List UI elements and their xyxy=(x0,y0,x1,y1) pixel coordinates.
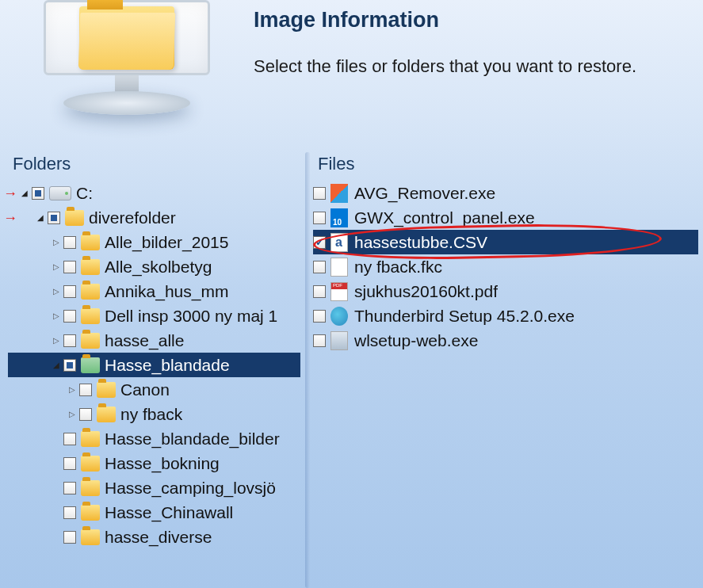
tree-row[interactable]: ◢Hasse_blandade xyxy=(8,353,300,377)
pane-divider[interactable] xyxy=(305,152,310,588)
expand-icon[interactable]: ▷ xyxy=(67,409,78,420)
annotation-arrow-icon: → xyxy=(3,211,17,225)
checkbox[interactable] xyxy=(79,408,92,421)
expand-icon[interactable]: ▷ xyxy=(51,262,62,273)
checkbox[interactable] xyxy=(313,187,326,200)
expand-icon xyxy=(51,532,62,543)
tree-item-label: diverefolder xyxy=(89,208,176,227)
tree-row[interactable]: Hasse_bokning xyxy=(8,451,300,475)
expand-icon[interactable]: ▷ xyxy=(51,335,62,346)
files-header: Files xyxy=(313,151,698,181)
checkbox[interactable] xyxy=(313,285,326,298)
file-icon xyxy=(330,208,348,227)
expand-icon xyxy=(51,507,62,518)
file-icon xyxy=(330,184,348,203)
expand-icon[interactable]: ▷ xyxy=(51,311,62,322)
tree-item-label: Hasse_Chinawall xyxy=(105,503,233,522)
tree-row[interactable]: →◢diverefolder xyxy=(8,205,300,230)
expand-icon[interactable]: ▷ xyxy=(67,384,78,395)
tree-row[interactable]: ▷Alle_skolbetyg xyxy=(8,254,300,279)
folders-pane: Folders →◢C:→◢diverefolder▷Alle_bilder_2… xyxy=(0,151,305,588)
checkbox[interactable] xyxy=(63,506,76,519)
tree-item-label: Canon xyxy=(120,380,170,399)
tree-item-label: Hasse_blandade xyxy=(105,356,230,375)
checkbox[interactable] xyxy=(63,334,76,347)
folder-icon xyxy=(81,284,100,300)
folder-icon xyxy=(81,505,100,521)
checkbox[interactable] xyxy=(63,457,76,470)
file-row[interactable]: GWX_control_panel.exe xyxy=(313,205,698,230)
tree-row[interactable]: →◢C: xyxy=(8,181,300,205)
tree-item-label: Hasse_camping_lovsjö xyxy=(105,479,276,498)
tree-row[interactable]: ▷Canon xyxy=(8,377,300,402)
file-row[interactable]: ny fback.fkc xyxy=(313,254,698,279)
file-name-label: AVG_Remover.exe xyxy=(354,184,495,203)
backup-illustration xyxy=(24,0,230,143)
file-name-label: wlsetup-web.exe xyxy=(354,331,478,350)
file-row[interactable]: Thunderbird Setup 45.2.0.exe xyxy=(313,304,698,328)
folder-icon xyxy=(81,480,100,496)
collapse-icon[interactable]: ◢ xyxy=(19,188,30,199)
expand-icon[interactable]: ▷ xyxy=(51,286,62,297)
expand-icon xyxy=(51,458,62,469)
folder-icon xyxy=(65,210,84,226)
folder-icon xyxy=(81,333,100,349)
tree-item-label: hasse_alle xyxy=(105,331,184,350)
tree-row[interactable]: Hasse_camping_lovsjö xyxy=(8,475,300,500)
checkbox[interactable] xyxy=(32,187,44,200)
tree-item-label: ny fback xyxy=(120,405,182,424)
checkbox[interactable] xyxy=(63,482,76,494)
tree-row[interactable]: ▷hasse_alle xyxy=(8,328,300,353)
file-list: AVG_Remover.exeGWX_control_panel.exehass… xyxy=(313,181,698,353)
page-title: Image Information xyxy=(254,8,636,32)
collapse-icon[interactable]: ◢ xyxy=(51,360,62,371)
file-icon xyxy=(330,307,348,326)
file-row[interactable]: AVG_Remover.exe xyxy=(313,181,698,205)
checkbox[interactable] xyxy=(48,212,60,224)
tree-item-label: Hasse_blandade_bilder xyxy=(105,430,280,449)
page-subtitle: Select the files or folders that you wan… xyxy=(254,56,636,77)
header: Image Information Select the files or fo… xyxy=(0,0,703,151)
folder-icon xyxy=(81,529,100,545)
file-name-label: ny fback.fkc xyxy=(354,258,442,277)
file-row[interactable]: wlsetup-web.exe xyxy=(313,328,698,353)
checkbox[interactable] xyxy=(63,236,76,249)
tree-item-label: hasse_diverse xyxy=(105,528,212,547)
folder-icon xyxy=(81,308,100,324)
tree-item-label: Alle_skolbetyg xyxy=(105,258,212,277)
expand-icon[interactable]: ▷ xyxy=(51,237,62,248)
folders-header: Folders xyxy=(8,151,300,181)
file-row[interactable]: sjukhus20160kt.pdf xyxy=(313,279,698,304)
checkbox[interactable] xyxy=(63,531,76,544)
folder-icon xyxy=(81,456,100,472)
checkbox[interactable] xyxy=(63,261,76,273)
file-icon xyxy=(330,282,348,301)
tree-row[interactable]: Hasse_blandade_bilder xyxy=(8,426,300,451)
tree-row[interactable]: ▷Dell insp 3000 ny maj 1 xyxy=(8,304,300,328)
checkbox[interactable] xyxy=(63,359,76,372)
checkbox[interactable] xyxy=(313,310,326,323)
expand-icon xyxy=(51,483,62,494)
checkbox[interactable] xyxy=(313,212,326,224)
file-row[interactable]: hassestubbe.CSV xyxy=(313,230,698,254)
checkbox[interactable] xyxy=(63,310,76,323)
tree-row[interactable]: ▷Annika_hus_mm xyxy=(8,279,300,304)
tree-item-label: Annika_hus_mm xyxy=(105,282,228,301)
expand-icon xyxy=(51,433,62,445)
tree-row[interactable]: hasse_diverse xyxy=(8,525,300,549)
folder-icon xyxy=(97,407,116,422)
checkbox[interactable] xyxy=(313,261,326,273)
file-name-label: GWX_control_panel.exe xyxy=(354,208,535,227)
tree-row[interactable]: ▷ny fback xyxy=(8,402,300,426)
tree-row[interactable]: Hasse_Chinawall xyxy=(8,500,300,525)
checkbox[interactable] xyxy=(313,236,326,249)
checkbox[interactable] xyxy=(63,285,76,298)
folder-icon xyxy=(81,259,100,275)
collapse-icon[interactable]: ◢ xyxy=(35,212,46,223)
tree-row[interactable]: ▷Alle_bilder_2015 xyxy=(8,230,300,254)
checkbox[interactable] xyxy=(79,384,92,396)
checkbox[interactable] xyxy=(63,433,76,445)
checkbox[interactable] xyxy=(313,334,326,347)
folder-tree: →◢C:→◢diverefolder▷Alle_bilder_2015▷Alle… xyxy=(8,181,300,549)
annotation-arrow-icon: → xyxy=(3,186,17,200)
